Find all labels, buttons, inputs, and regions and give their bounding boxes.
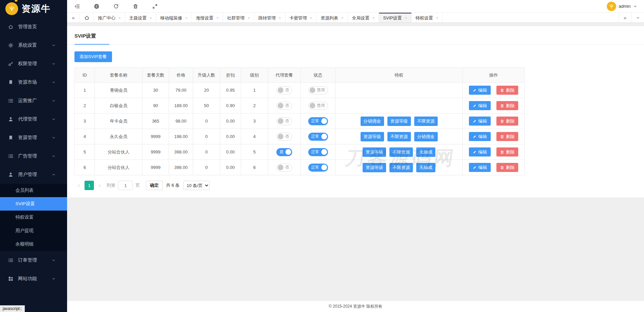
brand-logo[interactable]: 资源牛 [0, 0, 67, 17]
cell-privileges: 资源等级不限资源无抽成 [335, 160, 463, 175]
current-page-button[interactable]: 1 [85, 181, 94, 190]
delete-button[interactable]: 删除 [496, 117, 518, 126]
edit-button[interactable]: 编辑 [469, 147, 491, 157]
chevron-down-icon [633, 4, 637, 8]
page-size-select[interactable]: 10 条/页 [183, 181, 210, 190]
chevron-down-icon [52, 62, 56, 66]
close-icon[interactable]: × [436, 16, 438, 20]
delete-button[interactable]: 删除 [496, 101, 518, 110]
delete-button[interactable]: 删除 [496, 163, 518, 172]
refresh-icon[interactable] [113, 4, 119, 9]
avatar[interactable] [607, 2, 616, 11]
tab[interactable]: 资源列表× [317, 13, 348, 23]
sidebar-subitem[interactable]: 会员列表 [0, 184, 67, 197]
agent-package-toggle[interactable]: 否 [276, 133, 292, 141]
trash-icon [500, 135, 504, 139]
tab[interactable]: 移动端装修× [156, 13, 192, 23]
sidebar-item[interactable]: 用户管理 [0, 165, 67, 184]
agent-package-toggle[interactable]: 否 [276, 164, 292, 172]
close-icon[interactable]: × [248, 16, 250, 20]
close-icon[interactable]: × [150, 16, 152, 20]
tab-label: 海报设置 [196, 15, 213, 21]
delete-button[interactable]: 删除 [496, 86, 518, 95]
sidebar-subitem[interactable]: 特权设置 [0, 211, 67, 224]
confirm-button[interactable]: 确定 [146, 181, 163, 190]
tab[interactable]: 主题设置× [125, 13, 156, 23]
cell-id: 3 [75, 114, 95, 129]
close-icon[interactable]: × [118, 16, 121, 20]
tab[interactable]: 全局设置× [348, 13, 379, 23]
sidebar-item[interactable]: 系统设置 [0, 36, 67, 54]
jump-page-input[interactable] [118, 181, 133, 190]
sidebar-subitem[interactable]: 余额明细 [0, 237, 67, 251]
sidebar-item[interactable]: 广告管理 [0, 147, 67, 165]
status-toggle[interactable]: 正常 [308, 148, 328, 156]
edit-button[interactable]: 编辑 [469, 163, 491, 172]
list-icon [8, 98, 13, 103]
sidebar-item[interactable]: 权限管理 [0, 54, 67, 73]
cell-privileges: 资源等级不限资源分销佣金 [335, 129, 463, 144]
privilege-badge: 无抽成 [416, 147, 435, 157]
column-header: 价格 [169, 68, 193, 83]
sidebar-item[interactable]: 资源市场 [0, 73, 67, 91]
status-toggle[interactable]: 禁用 [308, 102, 328, 110]
status-toggle[interactable]: 正常 [308, 164, 328, 172]
sidebar-item[interactable]: 订单管理 [0, 251, 67, 269]
close-icon[interactable]: × [279, 16, 281, 20]
next-page-button[interactable]: › [95, 182, 104, 188]
delete-button[interactable]: 删除 [496, 147, 518, 157]
sidebar-item[interactable]: 管理首页 [0, 17, 67, 36]
delete-label: 删除 [506, 103, 515, 109]
agent-package-toggle[interactable]: 否 [276, 117, 292, 125]
sidebar-subitem[interactable]: 用户提现 [0, 224, 67, 237]
status-toggle[interactable]: 禁用 [308, 86, 328, 94]
status-toggle[interactable]: 正常 [308, 133, 328, 141]
cell-days: 90 [143, 98, 169, 114]
edit-button[interactable]: 编辑 [469, 117, 491, 126]
tab[interactable]: 社群管理× [223, 13, 254, 23]
close-icon[interactable]: × [185, 16, 187, 20]
sidebar-item[interactable]: 网站功能 [0, 269, 67, 288]
trash-icon[interactable] [133, 4, 138, 9]
cell-discount: 0.90 [220, 98, 241, 114]
tab[interactable]: SVIP设置× [379, 13, 412, 23]
agent-package-toggle[interactable]: 否 [276, 86, 292, 94]
jump-label: 到第 [107, 182, 115, 188]
sidebar-collapse-icon[interactable] [74, 4, 80, 9]
cell-discount: 0.00 [220, 114, 241, 129]
agent-package-toggle[interactable]: 否 [276, 102, 292, 110]
tab[interactable]: 推广中心× [94, 13, 125, 23]
cell-price: 198.00 [169, 129, 193, 144]
close-icon[interactable]: × [405, 16, 407, 20]
add-svip-package-button[interactable]: 添加SVIP套餐 [74, 51, 112, 62]
table-row: 2 白银会员 90 189.00 50 0.90 2 否 禁用 编辑 删除 [75, 98, 525, 114]
edit-button[interactable]: 编辑 [469, 86, 491, 95]
globe-icon[interactable] [94, 4, 99, 9]
edit-button[interactable]: 编辑 [469, 101, 491, 110]
tab[interactable]: 海报设置× [192, 13, 223, 23]
sidebar-subitem[interactable]: SVIP设置 [0, 197, 67, 211]
close-icon[interactable]: × [372, 16, 375, 20]
delete-button[interactable]: 删除 [496, 132, 518, 141]
sidebar-item[interactable]: 运营推广 [0, 91, 67, 110]
edit-button[interactable]: 编辑 [469, 132, 491, 141]
tab[interactable]: 跳转管理× [254, 13, 285, 23]
status-toggle[interactable]: 正常 [308, 117, 328, 125]
sidebar-item[interactable]: 代理管理 [0, 110, 67, 128]
tab[interactable]: 卡密管理× [285, 13, 317, 23]
tab[interactable]: 特权设置× [412, 13, 443, 23]
agent-package-toggle[interactable]: 是 [276, 148, 292, 156]
home-tab-icon[interactable] [80, 13, 94, 23]
close-icon[interactable]: × [216, 16, 219, 20]
edit-label: 编辑 [478, 149, 487, 155]
user-menu[interactable]: admin [607, 2, 637, 11]
cell-upgrade-count: 20 [193, 83, 220, 98]
close-icon[interactable]: × [341, 16, 343, 20]
prev-page-button[interactable]: ‹ [74, 182, 83, 188]
tabs-scroll-left-button[interactable]: « [67, 13, 80, 23]
fullscreen-icon[interactable] [152, 4, 158, 9]
sidebar-item[interactable]: 资源管理 [0, 128, 67, 147]
close-icon[interactable]: × [310, 16, 312, 20]
tabs-dropdown-button[interactable] [631, 13, 644, 23]
tabs-scroll-right-button[interactable]: » [619, 13, 631, 23]
